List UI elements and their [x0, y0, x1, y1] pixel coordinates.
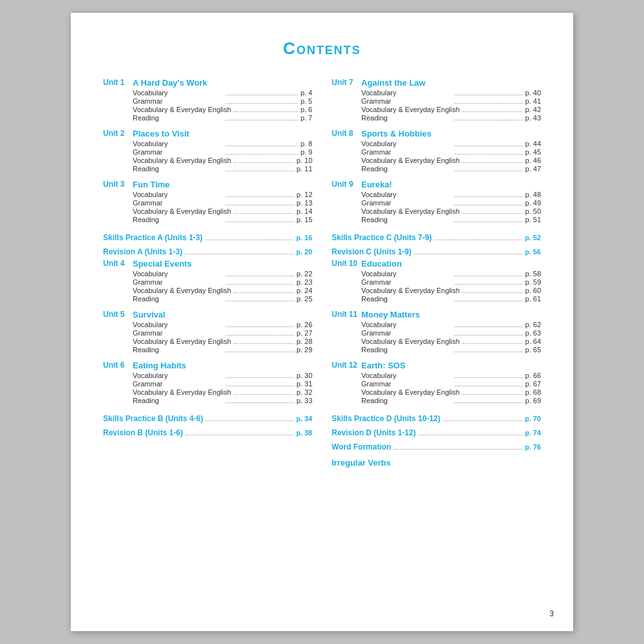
page-ref: p. 4 — [301, 89, 312, 97]
unit-label: Unit 2 — [103, 129, 129, 138]
page-ref: p. 7 — [301, 114, 312, 122]
dot-leaders — [454, 301, 523, 301]
dot-leaders — [225, 352, 294, 352]
unit-header: Unit 4Special Events — [103, 259, 312, 269]
unit-header: Unit 11Money Matters — [332, 310, 541, 319]
unit-title: Education — [361, 259, 402, 269]
unit-block: Unit 3Fun TimeVocabularyp. 12Grammarp. 1… — [103, 180, 312, 224]
sub-item-label: Grammar — [361, 278, 451, 286]
sub-item-label: Reading — [361, 216, 451, 223]
page-ref: p. 61 — [526, 295, 541, 303]
dot-leaders — [205, 421, 294, 421]
unit-label: Unit 4 — [103, 259, 129, 269]
skills-row: Skills Practice C (Units 7-9)p. 52 — [332, 233, 541, 242]
page-ref: p. 6 — [301, 106, 312, 113]
sub-item: Readingp. 11 — [133, 165, 312, 173]
sub-item-label: Reading — [133, 165, 223, 173]
sub-item-label: Vocabulary & Everyday English — [133, 388, 231, 396]
dot-leaders — [234, 111, 298, 112]
dot-leaders — [225, 276, 294, 276]
unit-label: Unit 7 — [332, 78, 357, 88]
unit-header: Unit 9Eureka! — [332, 180, 541, 189]
page-ref: p. 41 — [526, 97, 541, 105]
dot-leaders — [454, 146, 523, 146]
sub-item-label: Grammar — [133, 380, 223, 388]
skills-row: Revision A (Units 1-3)p. 20 — [103, 247, 312, 256]
dot-leaders — [393, 449, 522, 450]
sub-item: Vocabularyp. 62 — [361, 321, 541, 328]
unit-label: Unit 8 — [332, 129, 357, 138]
sub-item-label: Vocabulary — [361, 89, 451, 97]
unit-header: Unit 10Education — [332, 259, 541, 269]
page-ref: p. 69 — [526, 397, 541, 404]
sub-item: Readingp. 43 — [361, 114, 541, 122]
page-ref: p. 60 — [526, 287, 541, 294]
dot-leaders — [225, 205, 294, 205]
sub-item-label: Grammar — [133, 199, 223, 207]
sub-item: Grammarp. 13 — [133, 199, 312, 207]
skills-page-ref: p. 34 — [296, 415, 312, 422]
sub-item-label: Vocabulary — [133, 89, 223, 97]
skills-label: Word Formation — [332, 442, 391, 451]
dot-leaders — [462, 394, 523, 395]
page-ref: p. 26 — [297, 321, 312, 328]
sub-item-label: Reading — [361, 397, 451, 404]
sub-item-label: Grammar — [133, 329, 223, 337]
unit-label: Unit 5 — [103, 310, 129, 319]
dot-leaders — [462, 162, 523, 163]
page-ref: p. 65 — [526, 346, 541, 354]
unit-label: Unit 6 — [103, 361, 129, 370]
page-ref: p. 51 — [526, 216, 541, 223]
dot-leaders — [454, 95, 523, 95]
dot-leaders — [185, 254, 294, 254]
page-ref: p. 59 — [526, 278, 541, 286]
sub-item: Vocabulary & Everyday Englishp. 24 — [133, 287, 312, 294]
sub-item: Grammarp. 27 — [133, 329, 312, 337]
skills-page-ref: p. 74 — [525, 429, 541, 437]
sub-item-label: Grammar — [361, 199, 451, 207]
page-ref: p. 25 — [297, 295, 312, 303]
sub-item-label: Vocabulary & Everyday English — [361, 156, 460, 164]
unit-label: Unit 1 — [103, 78, 129, 88]
dot-leaders — [414, 254, 522, 254]
sub-item-label: Vocabulary — [361, 372, 451, 379]
page-number: 3 — [549, 609, 554, 618]
sub-item: Vocabulary & Everyday Englishp. 46 — [361, 156, 541, 164]
sub-item: Vocabularyp. 48 — [361, 191, 541, 198]
sub-item: Grammarp. 45 — [361, 148, 541, 156]
skills-page-ref: p. 16 — [296, 234, 312, 242]
skills-row: Word Formationp. 76 — [332, 442, 541, 451]
page-ref: p. 67 — [526, 380, 541, 388]
dot-leaders — [225, 171, 294, 171]
page-ref: p. 14 — [297, 207, 312, 215]
sub-item: Vocabularyp. 4 — [133, 89, 312, 97]
sub-item: Vocabulary & Everyday Englishp. 10 — [133, 156, 312, 164]
unit-block: Unit 8Sports & HobbiesVocabularyp. 44Gra… — [332, 129, 541, 173]
sub-item-label: Grammar — [133, 278, 223, 286]
dot-leaders — [185, 435, 294, 435]
unit-block: Unit 10EducationVocabularyp. 58Grammarp.… — [332, 259, 541, 303]
page-ref: p. 5 — [301, 97, 312, 105]
sub-item: Vocabularyp. 22 — [133, 270, 312, 278]
sub-item: Vocabulary & Everyday Englishp. 28 — [133, 337, 312, 345]
dot-leaders — [454, 196, 523, 197]
sub-item: Readingp. 51 — [361, 216, 541, 223]
right-column: Unit 7Against the LawVocabularyp. 40Gram… — [332, 78, 541, 468]
skills-row: Revision B (Units 1-6)p. 38 — [103, 428, 312, 437]
dot-leaders — [225, 386, 294, 386]
sub-item-label: Reading — [361, 346, 451, 354]
skills-page-ref: p. 56 — [525, 248, 541, 256]
unit-block: Unit 1A Hard Day's WorkVocabularyp. 4Gra… — [103, 78, 312, 122]
sub-item-label: Vocabulary & Everyday English — [133, 156, 231, 164]
unit-label: Unit 12 — [332, 361, 357, 370]
page-ref: p. 29 — [297, 346, 312, 354]
unit-block: Unit 2Places to VisitVocabularyp. 8Gramm… — [103, 129, 312, 173]
sub-item-label: Vocabulary — [133, 191, 223, 198]
unit-label: Unit 9 — [332, 180, 357, 189]
page-ref: p. 46 — [526, 156, 541, 164]
page-title: Contents — [103, 39, 541, 59]
skills-row: Skills Practice D (Units 10-12)p. 70 — [332, 414, 541, 423]
sub-item: Vocabulary & Everyday Englishp. 68 — [361, 388, 541, 396]
page-ref: p. 33 — [297, 397, 312, 404]
sub-item-label: Vocabulary & Everyday English — [361, 337, 460, 345]
